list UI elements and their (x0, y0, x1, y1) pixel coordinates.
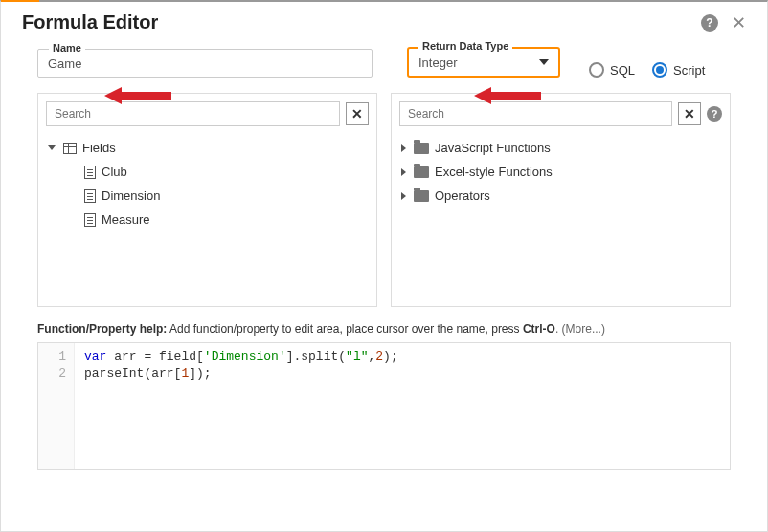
fields-panel: ✕ Fields Club Dimension Meas (37, 93, 377, 307)
help-text: Function/Property help: Add function/pro… (1, 313, 767, 342)
table-icon (63, 143, 77, 154)
tree-label: Dimension (102, 188, 160, 203)
radio-icon (589, 62, 604, 78)
name-label: Name (49, 42, 85, 54)
field-icon (84, 213, 96, 227)
code-editor[interactable]: 1 2 var arr = field['Dimension'].split("… (37, 342, 731, 470)
tree-label: Fields (82, 141, 116, 155)
folder-icon (414, 190, 429, 202)
tree-node-field[interactable]: Dimension (46, 184, 369, 208)
tree-node-folder[interactable]: Operators (399, 184, 722, 208)
mode-radio-sql[interactable]: SQL (589, 62, 635, 78)
code-content[interactable]: var arr = field['Dimension'].split("l",2… (75, 343, 730, 469)
mode-radio-script[interactable]: Script (652, 62, 705, 78)
field-icon (84, 166, 96, 179)
name-input[interactable] (37, 49, 373, 78)
tree-label: JavaScript Functions (435, 141, 551, 155)
expand-icon (48, 145, 56, 150)
help-icon[interactable]: ? (701, 14, 718, 32)
radio-icon (652, 62, 667, 78)
return-type-value: Integer (418, 55, 457, 70)
radio-label-sql: SQL (610, 63, 635, 78)
dialog-title: Formula Editor (22, 11, 158, 33)
folder-icon (414, 166, 429, 178)
tree-label: Operators (435, 188, 490, 203)
clear-search-icon[interactable]: ✕ (346, 102, 369, 125)
tree-node-folder[interactable]: Excel-style Functions (399, 160, 722, 184)
field-icon (84, 189, 96, 203)
return-type-label: Return Data Type (418, 40, 512, 52)
tree-node-fields[interactable]: Fields (46, 136, 369, 160)
tree-label: Measure (102, 212, 150, 227)
functions-search-input[interactable] (399, 101, 672, 126)
functions-panel: ✕ ? JavaScript Functions Excel-style Fun… (391, 93, 731, 307)
folder-icon (414, 143, 429, 154)
radio-label-script: Script (673, 63, 705, 78)
tree-node-field[interactable]: Measure (46, 208, 369, 232)
tree-label: Excel-style Functions (435, 165, 553, 179)
line-gutter: 1 2 (38, 343, 75, 469)
expand-icon (401, 144, 406, 152)
fields-search-input[interactable] (46, 101, 340, 126)
help-icon[interactable]: ? (707, 106, 722, 122)
clear-search-icon[interactable]: ✕ (678, 102, 701, 125)
expand-icon (401, 192, 406, 200)
tree-node-folder[interactable]: JavaScript Functions (399, 136, 722, 160)
close-icon[interactable]: ✕ (732, 14, 746, 32)
chevron-down-icon (539, 59, 549, 65)
tree-node-field[interactable]: Club (46, 160, 369, 184)
expand-icon (401, 168, 406, 176)
tree-label: Club (102, 165, 127, 179)
